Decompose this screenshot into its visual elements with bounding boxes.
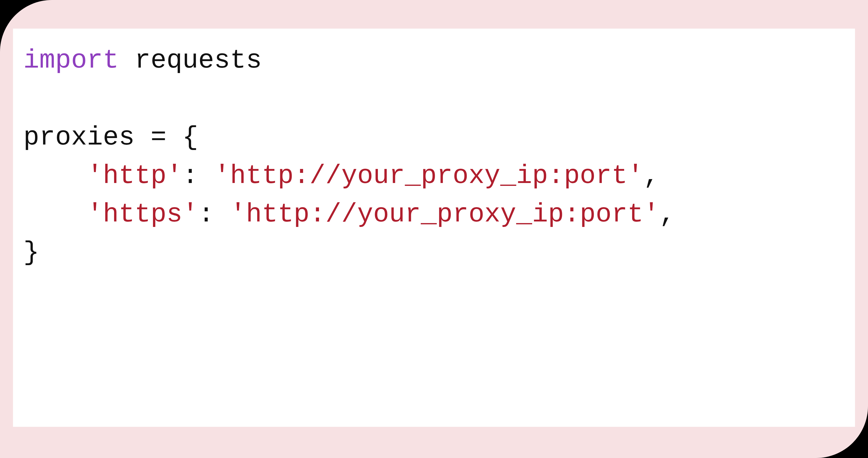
colon: : <box>182 161 214 191</box>
dict-key-http: 'http' <box>87 161 182 191</box>
dict-key-https: 'https' <box>87 199 198 230</box>
dict-val-https: 'http://your_proxy_ip:port' <box>230 199 659 230</box>
code-block: import requests proxies = { 'http': 'htt… <box>13 29 855 427</box>
comma: , <box>659 199 675 230</box>
space <box>119 46 134 76</box>
module-name: requests <box>134 46 262 76</box>
colon: : <box>198 199 230 230</box>
indent <box>23 161 87 191</box>
closing-brace: } <box>23 237 39 268</box>
comma: , <box>643 161 659 191</box>
proxies-decl: proxies = { <box>23 122 198 152</box>
indent <box>23 199 87 230</box>
dict-val-http: 'http://your_proxy_ip:port' <box>214 161 644 191</box>
card-frame: import requests proxies = { 'http': 'htt… <box>0 0 868 458</box>
keyword-import: import <box>23 46 119 76</box>
